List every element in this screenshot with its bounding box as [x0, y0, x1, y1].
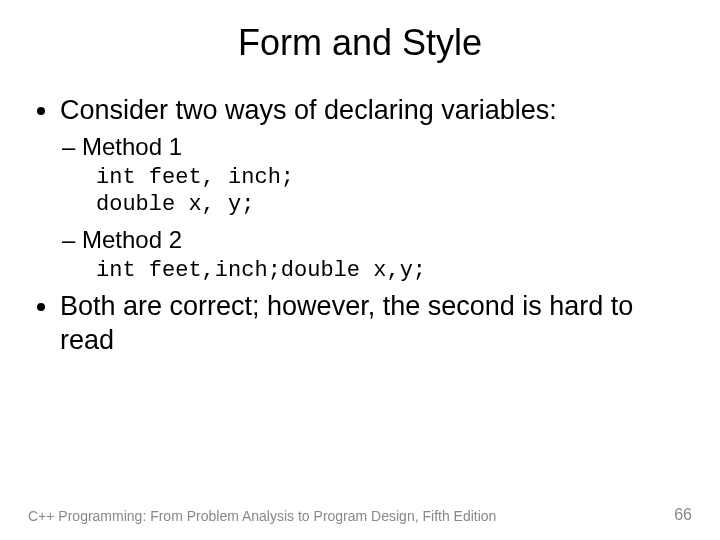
sub-item: Method 1	[62, 132, 692, 162]
bullet-item: Consider two ways of declaring variables…	[60, 94, 692, 284]
sub-list: Method 1 int feet, inch; double x, y; Me…	[60, 132, 692, 285]
footer: C++ Programming: From Problem Analysis t…	[28, 506, 692, 524]
slide-body: Consider two ways of declaring variables…	[0, 74, 720, 358]
footer-source: C++ Programming: From Problem Analysis t…	[28, 508, 496, 524]
slide-title: Form and Style	[0, 0, 720, 74]
bullet-text: Consider two ways of declaring variables…	[60, 95, 557, 125]
bullet-item: Both are correct; however, the second is…	[60, 290, 692, 358]
code-block: int feet, inch; double x, y;	[96, 164, 692, 219]
bullet-text: Both are correct; however, the second is…	[60, 291, 633, 355]
page-number: 66	[674, 506, 692, 524]
sub-item-label: Method 2	[82, 226, 182, 253]
sub-item: Method 2	[62, 225, 692, 255]
bullet-list: Consider two ways of declaring variables…	[28, 94, 692, 358]
slide: Form and Style Consider two ways of decl…	[0, 0, 720, 540]
code-block: int feet,inch;double x,y;	[96, 257, 692, 285]
sub-item-label: Method 1	[82, 133, 182, 160]
